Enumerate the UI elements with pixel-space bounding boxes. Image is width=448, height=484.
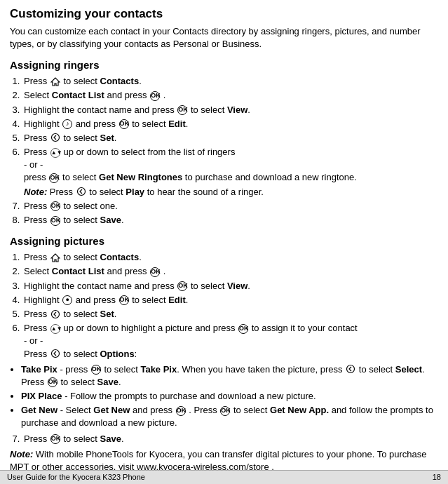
list-item: Press OK to select Save.	[22, 433, 438, 445]
pictures-steps-list-cont: Press OK to select Save.	[22, 433, 438, 445]
step-text: Select Contact List and press	[24, 266, 149, 276]
home-icon	[50, 253, 60, 262]
step-text: to select Contacts.	[63, 252, 141, 262]
options-bullets-list: Take Pix - press OK to select Take Pix. …	[21, 363, 438, 430]
note-label: Note:	[24, 187, 50, 197]
list-item: Press to select Contacts.	[22, 251, 438, 264]
bullet-text: Take Pix - press	[21, 364, 90, 375]
bullet-text: PIX Place - Follow the prompts to purcha…	[21, 391, 316, 401]
list-item: Highlight ♪ and press OK to select Edit.	[22, 118, 438, 130]
step-text: to select Edit.	[132, 119, 188, 129]
ok-icon: OK	[50, 201, 60, 211]
svg-point-2	[77, 188, 85, 196]
step-text: Highlight	[24, 295, 62, 305]
step-text: to select View.	[191, 281, 250, 291]
list-item: Press OK to select Save.	[22, 214, 438, 227]
back-icon	[50, 349, 60, 358]
step-text: Press	[24, 215, 50, 225]
step-text: Press	[24, 133, 50, 143]
ok-icon: OK	[176, 406, 186, 416]
step-text: to select Save.	[63, 215, 123, 225]
footer-bar: User Guide for the Kyocera K323 Phone 18	[0, 470, 448, 484]
back-icon	[76, 187, 86, 196]
step-text: to select Contacts.	[63, 76, 141, 86]
step-text: Press	[24, 309, 50, 319]
svg-point-4	[51, 310, 59, 318]
ok-icon: OK	[50, 434, 60, 444]
back-icon	[50, 133, 60, 142]
note-label: Note:	[10, 449, 36, 459]
footer-right-text: 18	[433, 472, 441, 483]
step-text: Press	[24, 147, 50, 157]
step-text: to select Save.	[63, 433, 123, 444]
ok-icon: OK	[119, 295, 129, 305]
step-text: Press	[24, 76, 50, 86]
list-item: Press ▲▼ up or down to highlight a pictu…	[22, 322, 438, 361]
list-item: PIX Place - Follow the prompts to purcha…	[21, 390, 438, 403]
music-icon: ♪	[62, 119, 72, 129]
note-text: Press	[50, 187, 76, 197]
step-text: Highlight	[24, 119, 62, 129]
list-item: Press to select Set.	[22, 308, 438, 321]
step-text: .	[163, 90, 166, 100]
ok-icon: OK	[50, 216, 60, 226]
ok-icon: OK	[91, 365, 101, 375]
step-text: to select one.	[63, 201, 117, 211]
step-text: Highlight the contact name and press	[24, 281, 177, 291]
step-text: Highlight the contact name and press	[24, 105, 177, 115]
step-text: Press	[24, 323, 50, 333]
page-container: Customizing your contacts You can custom…	[10, 6, 438, 484]
step-text: to select Set.	[63, 309, 116, 319]
step-text: to select Edit.	[132, 295, 188, 305]
step-text: Press	[24, 252, 50, 262]
step-text: to select Set.	[63, 133, 116, 143]
note-text: to select Play to hear the sound of a ri…	[89, 187, 264, 197]
svg-marker-0	[51, 78, 60, 86]
step-text: Press	[24, 433, 50, 444]
list-item: Highlight the contact name and press OK …	[22, 104, 438, 116]
step-text: to select Options:	[63, 349, 137, 359]
list-item: Get New - Select Get New and press OK . …	[21, 404, 438, 429]
ok-icon: OK	[119, 119, 129, 129]
svg-point-5	[51, 350, 59, 358]
ringers-steps-list: Press to select Contacts. Select Contact…	[22, 75, 438, 227]
footer-left-text: User Guide for the Kyocera K323 Phone	[7, 472, 145, 483]
ok-icon: OK	[48, 377, 57, 387]
svg-marker-3	[51, 254, 60, 262]
nav-icon: ▲▼	[50, 148, 60, 158]
svg-point-1	[51, 134, 59, 142]
bullet-text: . Press	[189, 405, 219, 415]
section-ringers-heading: Assigning ringers	[10, 58, 438, 72]
ok-icon: OK	[150, 267, 160, 277]
list-item: Select Contact List and press OK .	[22, 89, 438, 102]
list-item: Press to select Set.	[22, 132, 438, 144]
list-item: Press ▲▼ up or down to select from the l…	[22, 146, 438, 199]
step-text: up or down to highlight a picture and pr…	[63, 323, 238, 333]
list-item: Highlight ● and press OK to select Edit.	[22, 294, 438, 307]
bullet-text: to select Take Pix. When you have taken …	[104, 364, 345, 375]
list-item: Highlight the contact name and press OK …	[22, 280, 438, 293]
back-icon	[50, 309, 60, 319]
list-item: Press OK to select one.	[22, 200, 438, 213]
home-icon	[50, 76, 60, 86]
list-item: Take Pix - press OK to select Take Pix. …	[21, 363, 438, 389]
ok-icon: OK	[150, 91, 160, 101]
camera-dot-icon: ●	[62, 295, 72, 305]
pictures-steps-list: Press to select Contacts. Select Contact…	[22, 251, 438, 361]
bullet-text: to select Save.	[60, 377, 121, 387]
step-text: Select Contact List and press	[24, 90, 149, 100]
back-icon	[346, 364, 355, 374]
section-pictures-heading: Assigning pictures	[10, 234, 438, 248]
list-item: Select Contact List and press OK .	[22, 265, 438, 278]
ok-icon: OK	[220, 406, 230, 416]
step-text: to select Get New Ringtones to purchase …	[62, 172, 357, 182]
ok-icon: OK	[238, 324, 248, 334]
ok-icon: OK	[177, 281, 187, 291]
ok-icon: OK	[177, 105, 187, 115]
ok-icon: OK	[49, 173, 59, 183]
svg-point-6	[347, 365, 355, 373]
step-text: and press	[76, 119, 118, 129]
step-text: to select View.	[191, 105, 250, 115]
nav-icon: ▲▼	[50, 324, 60, 334]
page-intro: You can customize each contact in your C…	[10, 25, 438, 51]
